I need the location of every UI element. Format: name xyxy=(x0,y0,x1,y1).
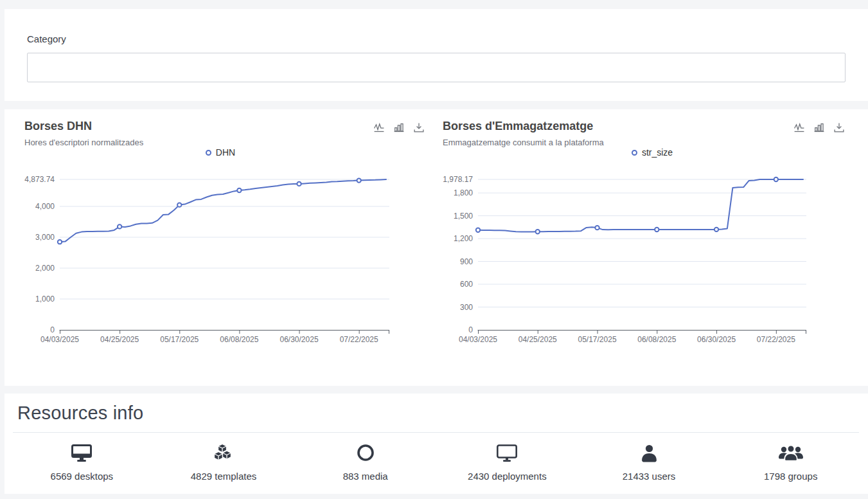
svg-text:1,000: 1,000 xyxy=(35,295,55,304)
resource-item-groups: 1798 groups xyxy=(720,442,862,482)
resource-label: 883 media xyxy=(343,471,388,482)
legend-item-dhn[interactable]: DHN xyxy=(4,147,436,158)
svg-text:3,000: 3,000 xyxy=(35,233,55,242)
cubes-icon xyxy=(213,442,234,462)
svg-text:1,500: 1,500 xyxy=(454,212,473,221)
resource-label: 21433 users xyxy=(623,471,676,482)
svg-text:04/25/2025: 04/25/2025 xyxy=(100,335,139,344)
svg-text:300: 300 xyxy=(460,303,473,312)
resources-title: Resources info xyxy=(4,394,868,424)
bar-chart-icon[interactable] xyxy=(813,122,825,134)
legend-item-str-size[interactable]: str_size xyxy=(436,147,868,158)
svg-text:05/17/2025: 05/17/2025 xyxy=(578,335,617,344)
svg-text:2,000: 2,000 xyxy=(35,264,55,273)
svg-text:4,000: 4,000 xyxy=(35,202,55,211)
svg-text:05/17/2025: 05/17/2025 xyxy=(160,335,199,344)
svg-text:1,800: 1,800 xyxy=(454,188,473,197)
chart-toolbox xyxy=(373,122,425,134)
resource-label: 4829 templates xyxy=(191,471,257,482)
user-icon xyxy=(641,442,658,462)
svg-text:07/22/2025: 07/22/2025 xyxy=(757,335,795,344)
charts-card: Borses DHN Hores d'escriptori normalitza… xyxy=(4,109,868,386)
chart-dhn: Borses DHN Hores d'escriptori normalitza… xyxy=(4,109,436,386)
category-label: Category xyxy=(27,33,868,44)
chart-toolbox xyxy=(793,122,845,134)
resource-item-desktops: 6569 desktops xyxy=(11,442,153,482)
circle-icon xyxy=(356,442,375,462)
legend-label: str_size xyxy=(642,147,673,158)
svg-text:07/22/2025: 07/22/2025 xyxy=(340,335,378,344)
line-chart-icon[interactable] xyxy=(793,122,805,134)
svg-text:1,200: 1,200 xyxy=(454,234,473,243)
resource-item-media: 883 media xyxy=(294,442,436,482)
category-filter-card: Category xyxy=(4,9,868,101)
svg-text:04/03/2025: 04/03/2025 xyxy=(40,335,79,344)
desktop-icon xyxy=(71,442,93,462)
legend-marker-icon xyxy=(206,150,211,156)
resource-item-deployments: 2430 deployments xyxy=(436,442,578,482)
download-icon[interactable] xyxy=(413,122,425,134)
resource-label: 6569 desktops xyxy=(51,471,114,482)
svg-text:4,873.74: 4,873.74 xyxy=(24,175,55,184)
resources-row: 6569 desktops 4829 templates 8 xyxy=(4,442,868,482)
chart-subtitle: Emmagatzematge consumit a la plataforma xyxy=(443,138,604,147)
svg-text:06/08/2025: 06/08/2025 xyxy=(220,335,258,344)
svg-text:06/08/2025: 06/08/2025 xyxy=(637,335,676,344)
download-icon[interactable] xyxy=(833,122,845,134)
legend-marker-icon xyxy=(632,150,637,156)
svg-text:06/30/2025: 06/30/2025 xyxy=(280,335,319,344)
divider xyxy=(13,432,859,433)
line-chart-plot: 03006009001,2001,5001,8001,978.1704/03/2… xyxy=(436,167,868,360)
category-input[interactable] xyxy=(27,53,846,82)
legend-label: DHN xyxy=(216,147,235,158)
resource-label: 1798 groups xyxy=(764,471,817,482)
display-icon xyxy=(496,442,518,462)
svg-text:06/30/2025: 06/30/2025 xyxy=(697,335,736,344)
line-chart-plot: 01,0002,0003,0004,0004,873.7404/03/20250… xyxy=(4,167,436,360)
resource-item-users: 21433 users xyxy=(578,442,720,482)
svg-text:900: 900 xyxy=(460,257,473,266)
chart-title: Borses d'Emmagatzematge xyxy=(443,120,593,133)
bar-chart-icon[interactable] xyxy=(393,122,405,134)
svg-text:600: 600 xyxy=(460,280,473,289)
svg-text:04/25/2025: 04/25/2025 xyxy=(518,335,557,344)
chart-title: Borses DHN xyxy=(24,120,92,133)
svg-text:0: 0 xyxy=(50,325,55,334)
resource-item-templates: 4829 templates xyxy=(153,442,295,482)
svg-text:04/03/2025: 04/03/2025 xyxy=(459,335,497,344)
chart-subtitle: Hores d'escriptori normalitzades xyxy=(24,138,143,147)
line-chart-icon[interactable] xyxy=(373,122,385,134)
resources-card: Resources info 6569 desktops xyxy=(4,394,868,494)
svg-text:0: 0 xyxy=(468,325,473,334)
resource-label: 2430 deployments xyxy=(468,471,547,482)
users-icon xyxy=(779,442,803,462)
chart-storage: Borses d'Emmagatzematge Emmagatzematge c… xyxy=(436,109,868,386)
svg-text:1,978.17: 1,978.17 xyxy=(443,175,473,184)
